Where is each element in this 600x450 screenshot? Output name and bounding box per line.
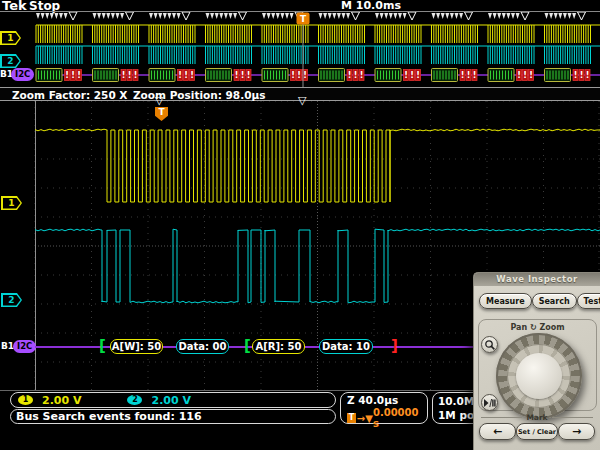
trigger-arrows: →▼ xyxy=(357,413,373,424)
svg-text:!: ! xyxy=(184,71,188,80)
mark-next-button[interactable]: → xyxy=(558,423,595,440)
svg-text:!: ! xyxy=(360,71,364,80)
pan-zoom-section: Pan ↻ Zoom xyxy=(478,319,597,411)
svg-text:!: ! xyxy=(247,71,251,80)
trigger-delay-readout: 0.00000 s xyxy=(373,407,427,429)
search-results-message: Bus Search events found: 116 xyxy=(11,410,202,423)
mark-set-clear-button[interactable]: Set / Clear xyxy=(516,423,558,440)
svg-text:!: ! xyxy=(190,71,194,80)
overview-bus-type-pill: I2C xyxy=(11,68,34,81)
svg-text:!: ! xyxy=(297,71,301,80)
svg-text:!: ! xyxy=(77,71,81,80)
pan-zoom-label: Pan ↻ Zoom xyxy=(479,323,596,332)
svg-text:!: ! xyxy=(416,71,420,80)
svg-text:!: ! xyxy=(586,71,590,80)
pan-zoom-knob[interactable] xyxy=(496,333,582,419)
channel2-badge: 2 xyxy=(127,395,142,405)
zoom-timebase-readout: Z 40.0µs xyxy=(347,394,427,406)
rotate-icon: ↻ xyxy=(530,323,537,332)
wave-inspector-panel: Wave Inspector Measure Search Test Pan ↻… xyxy=(473,272,600,450)
svg-text:!: ! xyxy=(461,71,465,80)
overview-waveform-canvas: !!!!!!!!!!!!!!!!!!!!!!!!!!!!!!T xyxy=(0,12,600,87)
svg-text:!: ! xyxy=(523,71,527,80)
mark-prev-button[interactable]: ← xyxy=(479,423,516,440)
svg-text:!: ! xyxy=(71,71,75,80)
svg-text:!: ! xyxy=(134,71,138,80)
test-button[interactable]: Test xyxy=(577,293,600,309)
channel2-scale: 2.00 V xyxy=(151,394,190,407)
svg-text:!: ! xyxy=(348,71,352,80)
svg-text:!: ! xyxy=(574,71,578,80)
play-pause-button[interactable] xyxy=(481,394,498,411)
channel1-scale: 2.00 V xyxy=(42,394,81,407)
mark-section-header: Mark xyxy=(481,413,593,422)
oscilloscope-screen: { "header": {"logo": "Tek", "acq_status"… xyxy=(0,0,600,450)
zoom-knob-center[interactable] xyxy=(516,353,562,399)
svg-text:!: ! xyxy=(354,71,358,80)
mark-label: Mark xyxy=(526,413,547,422)
panel-button-row: Measure Search Test xyxy=(474,286,600,309)
panel-title: Wave Inspector xyxy=(474,273,600,286)
svg-text:!: ! xyxy=(291,71,295,80)
zoom-button[interactable] xyxy=(481,336,498,353)
channel-scale-readouts: 1 2.00 V 2 2.00 V xyxy=(10,392,336,408)
svg-text:!: ! xyxy=(178,71,182,80)
zoom-timebase-box: Z 40.0µs T→▼0.00000 s xyxy=(340,392,428,424)
trigger-delay-icon: T xyxy=(347,413,356,423)
trigger-delay-row: T→▼0.00000 s xyxy=(347,407,427,429)
channel1-badge: 1 xyxy=(18,395,33,405)
pan-knob-ring[interactable] xyxy=(507,344,571,408)
svg-text:T: T xyxy=(300,14,307,24)
svg-text:!: ! xyxy=(303,71,307,80)
search-results-message-box: Bus Search events found: 116 xyxy=(10,409,336,424)
expansion-point-triangle: ▽ xyxy=(298,96,306,106)
magnifier-icon xyxy=(484,339,496,351)
bus-type-pill: I2C xyxy=(13,340,36,353)
zoom-position-readout: Zoom Position: 98.0µs xyxy=(133,89,265,101)
svg-text:!: ! xyxy=(580,71,584,80)
svg-text:!: ! xyxy=(404,71,408,80)
mark-button-row: ← Set / Clear → xyxy=(479,423,595,440)
svg-text:!: ! xyxy=(473,71,477,80)
svg-text:!: ! xyxy=(467,71,471,80)
svg-text:!: ! xyxy=(122,71,126,80)
search-button[interactable]: Search xyxy=(532,293,577,309)
measure-button[interactable]: Measure xyxy=(479,293,532,309)
zoom-factor-readout: Zoom Factor: 250 X xyxy=(12,89,127,101)
svg-text:!: ! xyxy=(241,71,245,80)
svg-text:!: ! xyxy=(517,71,521,80)
svg-text:!: ! xyxy=(410,71,414,80)
svg-text:!: ! xyxy=(65,71,69,80)
svg-text:!: ! xyxy=(529,71,533,80)
svg-text:!: ! xyxy=(128,71,132,80)
svg-text:!: ! xyxy=(235,71,239,80)
play-pause-icon xyxy=(483,398,496,408)
trigger-position-triangle: ▽ xyxy=(155,96,163,106)
